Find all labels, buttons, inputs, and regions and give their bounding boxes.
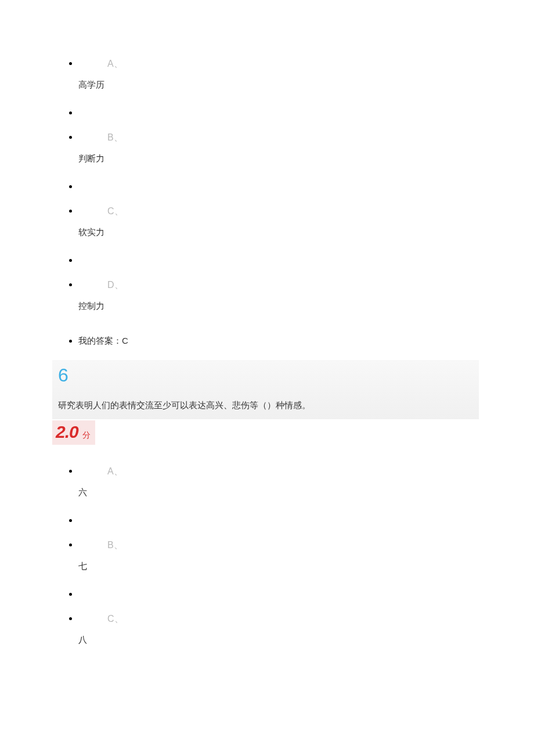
option-text: 判断力 (78, 153, 479, 164)
question-text: 研究表明人们的表情交流至少可以表达高兴、悲伤等（）种情感。 (58, 399, 473, 419)
question6-header: 6 研究表明人们的表情交流至少可以表达高兴、悲伤等（）种情感。 (52, 360, 479, 419)
option-letter: A、 (107, 58, 123, 70)
option-text: 六 (78, 487, 479, 498)
bullet-spacer (78, 255, 479, 279)
option-item-b: B、 七 (78, 539, 479, 589)
score-unit: 分 (82, 430, 91, 440)
question6-options-list: A、 六 B、 七 C、 八 (55, 466, 479, 646)
my-answer-label: 我的答案：C (78, 336, 479, 347)
bullet-spacer (78, 515, 479, 539)
option-item-d: D、 控制力 (78, 279, 479, 329)
option-letter: C、 (107, 613, 124, 625)
question-number: 6 (58, 365, 473, 386)
option-item-c: C、 八 (78, 613, 479, 646)
option-item-a: A、 六 (78, 466, 479, 515)
option-letter: B、 (107, 132, 123, 144)
option-text: 七 (78, 561, 479, 572)
option-item-a: A、 高学历 (78, 58, 479, 107)
bullet-spacer (78, 181, 479, 206)
document-container: A、 高学历 B、 判断力 C、 软实力 D、 控制力 我的答案：C 6 研究表… (0, 0, 534, 646)
option-letter: B、 (107, 539, 123, 552)
option-text: 高学历 (78, 80, 479, 91)
option-item-c: C、 软实力 (78, 206, 479, 255)
option-text: 八 (78, 635, 479, 646)
score-value: 2.0 (56, 422, 78, 441)
bullet-spacer: 我的答案：C (78, 336, 479, 360)
bullet-spacer (78, 107, 479, 132)
option-item-b: B、 判断力 (78, 132, 479, 181)
option-text: 软实力 (78, 227, 479, 238)
question5-options-list: A、 高学历 B、 判断力 C、 软实力 D、 控制力 我的答案：C (55, 58, 479, 360)
bullet-spacer (78, 589, 479, 613)
score-box: 2.0 分 (52, 420, 95, 445)
option-letter: D、 (107, 279, 124, 291)
option-letter: C、 (107, 206, 124, 218)
option-letter: A、 (107, 466, 123, 478)
option-text: 控制力 (78, 301, 479, 312)
